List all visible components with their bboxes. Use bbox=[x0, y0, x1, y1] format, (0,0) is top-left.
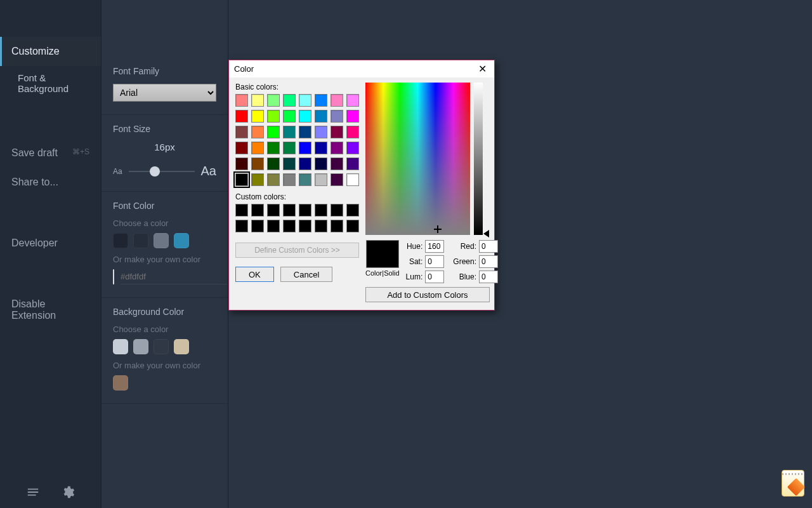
basic-color-cell[interactable] bbox=[267, 110, 280, 123]
font-color-custom-swatch[interactable] bbox=[113, 269, 114, 284]
basic-color-cell[interactable] bbox=[331, 157, 343, 170]
basic-color-cell[interactable] bbox=[267, 173, 280, 186]
basic-color-cell[interactable] bbox=[283, 110, 296, 123]
bg-color-swatch[interactable] bbox=[133, 339, 148, 354]
basic-color-cell[interactable] bbox=[267, 157, 280, 170]
custom-color-cell[interactable] bbox=[299, 204, 311, 217]
font-color-swatch[interactable] bbox=[133, 233, 148, 248]
nav-share-to[interactable]: Share to... bbox=[0, 168, 101, 197]
nav-customize[interactable]: Customize bbox=[0, 37, 101, 66]
custom-color-cell[interactable] bbox=[283, 220, 296, 232]
bg-color-swatch[interactable] bbox=[113, 339, 128, 354]
font-family-select[interactable]: Arial bbox=[113, 84, 216, 102]
font-size-slider[interactable] bbox=[129, 171, 195, 172]
basic-color-cell[interactable] bbox=[251, 110, 264, 123]
custom-color-cell[interactable] bbox=[346, 220, 359, 232]
basic-color-cell[interactable] bbox=[251, 126, 264, 138]
basic-color-cell[interactable] bbox=[251, 94, 264, 107]
color-gradient-picker[interactable] bbox=[365, 83, 470, 235]
basic-color-cell[interactable] bbox=[235, 157, 248, 170]
basic-color-cell[interactable] bbox=[299, 173, 311, 186]
basic-color-cell[interactable] bbox=[315, 126, 327, 138]
list-icon[interactable] bbox=[26, 485, 40, 499]
custom-color-cell[interactable] bbox=[267, 204, 280, 217]
custom-color-cell[interactable] bbox=[251, 204, 264, 217]
custom-color-cell[interactable] bbox=[331, 204, 343, 217]
basic-color-cell[interactable] bbox=[346, 94, 359, 107]
basic-color-cell[interactable] bbox=[299, 157, 311, 170]
basic-color-cell[interactable] bbox=[299, 94, 311, 107]
basic-color-cell[interactable] bbox=[346, 110, 359, 123]
basic-color-cell[interactable] bbox=[251, 142, 264, 154]
font-color-swatch[interactable] bbox=[154, 233, 169, 248]
custom-color-cell[interactable] bbox=[267, 220, 280, 232]
font-color-swatch[interactable] bbox=[174, 233, 189, 248]
basic-color-cell[interactable] bbox=[283, 126, 296, 138]
basic-color-cell[interactable] bbox=[235, 142, 248, 154]
lum-input[interactable] bbox=[425, 271, 444, 283]
custom-color-cell[interactable] bbox=[315, 204, 327, 217]
notepad-icon[interactable] bbox=[782, 470, 804, 497]
basic-color-cell[interactable] bbox=[251, 173, 264, 186]
blue-input[interactable] bbox=[479, 271, 498, 283]
basic-color-cell[interactable] bbox=[315, 94, 327, 107]
basic-color-cell[interactable] bbox=[283, 142, 296, 154]
basic-color-cell[interactable] bbox=[346, 173, 359, 186]
custom-color-cell[interactable] bbox=[251, 220, 264, 232]
basic-color-cell[interactable] bbox=[315, 157, 327, 170]
custom-color-cell[interactable] bbox=[315, 220, 327, 232]
custom-color-cell[interactable] bbox=[346, 204, 359, 217]
basic-color-cell[interactable] bbox=[251, 157, 264, 170]
basic-color-cell[interactable] bbox=[235, 126, 248, 138]
basic-color-cell[interactable] bbox=[299, 126, 311, 138]
basic-color-cell[interactable] bbox=[283, 157, 296, 170]
basic-color-cell[interactable] bbox=[299, 142, 311, 154]
basic-color-cell[interactable] bbox=[315, 110, 327, 123]
basic-color-cell[interactable] bbox=[346, 126, 359, 138]
custom-color-cell[interactable] bbox=[235, 220, 248, 232]
nav-disable-extension[interactable]: Disable Extension bbox=[0, 290, 101, 330]
cancel-button[interactable]: Cancel bbox=[280, 267, 332, 282]
bg-color-swatch[interactable] bbox=[174, 339, 189, 354]
basic-color-cell[interactable] bbox=[331, 142, 343, 154]
custom-color-cell[interactable] bbox=[283, 204, 296, 217]
basic-color-cell[interactable] bbox=[331, 94, 343, 107]
nav-font-background[interactable]: Font & Background bbox=[0, 66, 101, 100]
basic-color-cell[interactable] bbox=[267, 142, 280, 154]
basic-color-cell[interactable] bbox=[283, 94, 296, 107]
red-input[interactable] bbox=[479, 240, 498, 253]
font-color-hex-input[interactable] bbox=[121, 269, 227, 284]
nav-developer[interactable]: Developer bbox=[0, 229, 101, 258]
basic-color-cell[interactable] bbox=[346, 157, 359, 170]
custom-color-cell[interactable] bbox=[299, 220, 311, 232]
green-input[interactable] bbox=[479, 255, 498, 268]
font-size-large-icon: Aa bbox=[201, 164, 216, 178]
nav-save-draft[interactable]: Save draft ⌘+S bbox=[0, 138, 101, 168]
basic-color-cell[interactable] bbox=[267, 94, 280, 107]
custom-color-cell[interactable] bbox=[235, 204, 248, 217]
basic-color-cell[interactable] bbox=[235, 94, 248, 107]
font-size-thumb[interactable] bbox=[150, 166, 160, 177]
custom-color-cell[interactable] bbox=[331, 220, 343, 232]
basic-color-cell[interactable] bbox=[315, 142, 327, 154]
add-to-custom-colors-button[interactable]: Add to Custom Colors bbox=[365, 287, 490, 302]
basic-color-cell[interactable] bbox=[315, 173, 327, 186]
basic-color-cell[interactable] bbox=[331, 173, 343, 186]
basic-color-cell[interactable] bbox=[299, 110, 311, 123]
hue-input[interactable] bbox=[425, 240, 444, 253]
basic-color-cell[interactable] bbox=[235, 173, 248, 186]
basic-color-cell[interactable] bbox=[235, 110, 248, 123]
basic-color-cell[interactable] bbox=[346, 142, 359, 154]
gear-icon[interactable] bbox=[61, 485, 75, 499]
basic-color-cell[interactable] bbox=[331, 110, 343, 123]
sat-input[interactable] bbox=[425, 255, 444, 268]
luminosity-slider[interactable] bbox=[474, 83, 483, 235]
basic-color-cell[interactable] bbox=[267, 126, 280, 138]
bg-color-swatch[interactable] bbox=[154, 339, 169, 354]
font-color-swatch[interactable] bbox=[113, 233, 128, 248]
ok-button[interactable]: OK bbox=[235, 267, 274, 282]
close-icon[interactable]: ✕ bbox=[476, 63, 489, 75]
bg-color-custom-swatch[interactable] bbox=[113, 375, 128, 391]
basic-color-cell[interactable] bbox=[283, 173, 296, 186]
basic-color-cell[interactable] bbox=[331, 126, 343, 138]
